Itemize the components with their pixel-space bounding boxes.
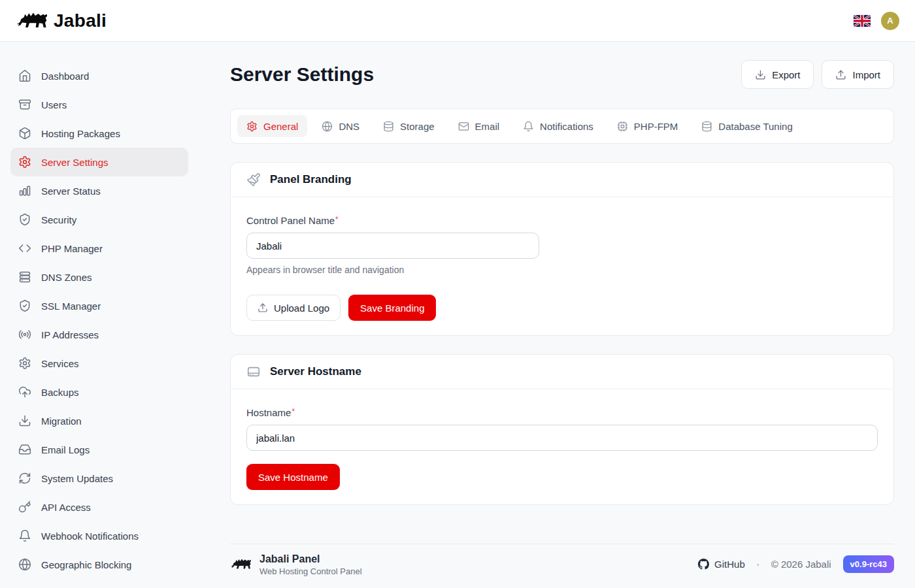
footer-brand-block: Jabali Panel Web Hosting Control Panel [230,553,362,576]
sidebar-item-label: Server Status [41,186,101,197]
settings-tab[interactable]: Storage [374,115,444,137]
hostname-buttons: Save Hostname [246,464,878,490]
sidebar-item[interactable]: System Updates [10,464,188,493]
branding-buttons: Upload Logo Save Branding [246,295,878,321]
tab-icon [383,121,394,132]
app-header: Jabali A [0,0,915,42]
panel-branding-title: Panel Branding [270,173,352,186]
tab-icon [322,121,333,132]
server-hostname-body: Hostname* Save Hostname [231,389,893,504]
tab-icon [523,121,534,132]
sidebar-item-icon [18,414,31,427]
control-panel-name-helper: Appears in browser title and navigation [246,265,878,275]
settings-tab[interactable]: Notifications [514,115,603,137]
sidebar-item-label: DNS Zones [41,272,92,283]
tab-icon [246,121,258,132]
brand[interactable]: Jabali [16,10,107,32]
brand-name: Jabali [54,10,107,31]
layout: Dashboard Users Hosting Packages Server … [0,42,915,588]
server-hostname-header: Server Hostname [231,355,893,389]
export-button[interactable]: Export [741,60,814,89]
upload-icon [835,69,846,80]
sidebar-item[interactable]: IP Addresses [10,320,188,349]
settings-tab[interactable]: Database Tuning [692,115,801,137]
github-icon [698,559,709,570]
sidebar-item-label: Services [41,358,79,369]
save-hostname-button[interactable]: Save Hostname [246,464,340,490]
control-panel-name-label: Control Panel Name* [246,215,339,226]
sidebar-item[interactable]: DNS Zones [10,263,188,291]
github-link[interactable]: GitHub [698,559,745,570]
avatar[interactable]: A [881,12,899,30]
tab-label: General [263,121,298,132]
sidebar-item-icon [18,558,31,571]
panel-branding-header: Panel Branding [231,163,893,197]
sidebar: Dashboard Users Hosting Packages Server … [0,42,209,588]
sidebar-item-label: Migration [41,416,82,427]
sidebar-item[interactable]: Hosting Packages [10,119,188,148]
sidebar-item[interactable]: Services [10,349,188,378]
page-title: Server Settings [230,63,374,86]
github-label: GitHub [714,559,745,570]
sidebar-item[interactable]: Server Settings [10,148,188,176]
sidebar-item[interactable]: Dashboard [10,61,188,90]
sidebar-item[interactable]: Server Status [10,176,188,205]
required-mark: * [335,215,339,224]
sidebar-item-label: Dashboard [41,71,89,82]
sidebar-item[interactable]: Users [10,90,188,119]
tab-icon [458,121,469,132]
sidebar-item-label: Email Logs [41,444,90,455]
footer-tagline: Web Hosting Control Panel [259,566,362,576]
boar-logo-icon [16,10,47,32]
paintbrush-icon [246,172,261,187]
sidebar-item-icon [18,127,31,140]
sidebar-item[interactable]: Email Logs [10,435,188,464]
sidebar-item-icon [18,472,31,485]
tab-label: PHP-FPM [634,121,678,132]
settings-tabbar: General DNS Storage Email [230,108,894,144]
sidebar-item-icon [18,184,31,197]
sidebar-item[interactable]: Geographic Blocking [10,550,188,579]
save-branding-button[interactable]: Save Branding [348,295,436,321]
sidebar-item[interactable]: Backups [10,378,188,406]
sidebar-item[interactable]: Migration [10,406,188,435]
tab-label: Database Tuning [718,121,792,132]
sidebar-item[interactable]: API Access [10,493,188,521]
upload-logo-button[interactable]: Upload Logo [246,295,341,321]
sidebar-item[interactable]: SSL Manager [10,291,188,320]
sidebar-item-label: Webhook Notifications [41,531,139,542]
sidebar-item-label: API Access [41,502,91,513]
import-button-label: Import [852,69,880,80]
download-icon [755,69,766,80]
sidebar-item-icon [18,270,31,284]
sidebar-item[interactable]: Security [10,205,188,234]
footer-brand-name: Jabali Panel [259,553,362,565]
sidebar-item-label: SSL Manager [41,301,101,312]
title-row: Server Settings Export Import [230,60,894,89]
sidebar-item-label: IP Addresses [41,329,99,340]
sidebar-item-icon [18,529,31,542]
boar-logo-icon [230,557,251,572]
sidebar-item[interactable]: PHP Manager [10,234,188,263]
sidebar-item-label: Geographic Blocking [41,559,131,570]
import-button[interactable]: Import [822,60,894,89]
settings-tab[interactable]: PHP-FPM [608,115,688,137]
settings-tab[interactable]: Email [449,115,509,137]
hostname-input[interactable] [246,425,878,451]
tab-icon [617,121,628,132]
settings-tab[interactable]: General [237,115,307,137]
control-panel-name-input[interactable] [246,233,539,259]
sidebar-item[interactable]: Webhook Notifications [10,521,188,550]
sidebar-item-label: Server Settings [41,157,108,168]
settings-tab[interactable]: DNS [312,115,369,137]
panel-branding-card: Panel Branding Control Panel Name* Appea… [230,162,894,336]
tab-label: Notifications [540,121,593,132]
upload-icon [258,302,268,313]
main-content: Server Settings Export Import General [209,42,915,588]
sidebar-item-icon [18,155,31,169]
language-flag-icon[interactable] [854,15,871,27]
tab-icon [701,121,712,132]
sidebar-item-label: Security [41,214,76,225]
footer: Jabali Panel Web Hosting Control Panel G… [230,544,894,588]
sidebar-item-label: Backups [41,387,79,398]
